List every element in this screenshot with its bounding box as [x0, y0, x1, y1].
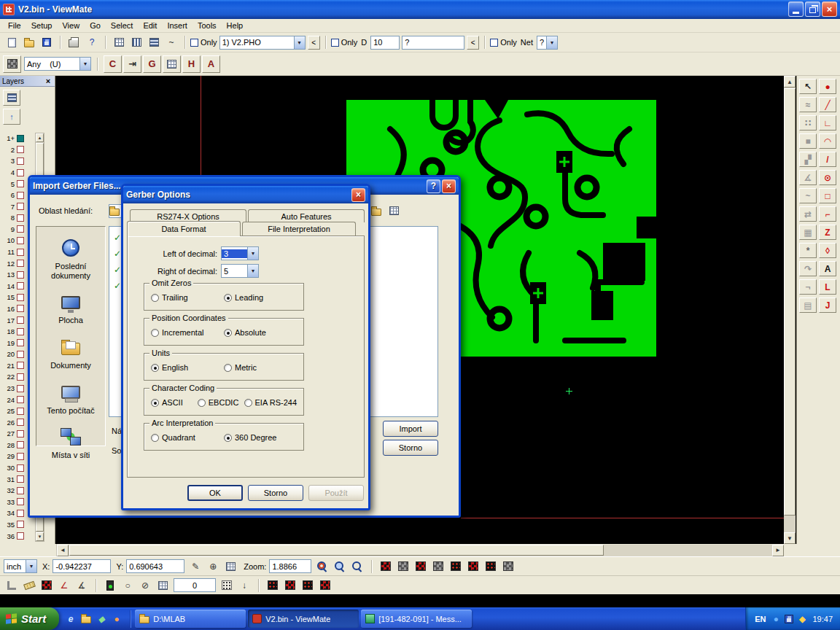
radio-icon[interactable] — [151, 399, 159, 407]
layer-color-swatch[interactable] — [17, 385, 24, 392]
draw-mode-icon[interactable]: ✎ — [187, 559, 203, 574]
zoom-value[interactable] — [269, 559, 311, 573]
layer-color-swatch[interactable] — [17, 441, 24, 448]
taskbar-button-v2-bin-viewmate[interactable]: V2.bin - ViewMate — [248, 610, 359, 628]
radio-icon[interactable] — [224, 294, 232, 302]
layer-color-swatch[interactable] — [17, 180, 24, 187]
tab-auto-features[interactable]: Auto Features — [248, 209, 365, 222]
radio-icon[interactable] — [224, 434, 232, 442]
mirror-icon[interactable]: ▞ — [799, 152, 817, 167]
layer-color-swatch[interactable] — [17, 225, 24, 233]
letter-c-icon[interactable]: C — [104, 55, 122, 73]
layer-color-swatch[interactable] — [17, 271, 24, 279]
pad-dot-icon[interactable]: ● — [819, 79, 836, 94]
layer-color-swatch[interactable] — [17, 351, 24, 358]
right-of-decimal-select[interactable]: 5▾ — [221, 264, 259, 278]
start-button[interactable]: Start — [0, 607, 59, 630]
layer-color-swatch[interactable] — [17, 328, 24, 335]
language-tray-icon[interactable]: ● — [770, 613, 782, 625]
menu-edit[interactable]: Edit — [138, 20, 162, 31]
apply-button[interactable]: Použít — [308, 485, 364, 501]
rect-outline-icon[interactable]: □ — [819, 188, 836, 203]
tab-file-interpretation[interactable]: File Interpretation — [242, 222, 356, 236]
scroll-down-icon[interactable]: ▼ — [784, 532, 796, 544]
highlight-net-icon[interactable]: ≈ — [799, 97, 817, 112]
layer-color-swatch[interactable] — [17, 373, 24, 381]
measure-angle-icon[interactable]: ∡ — [799, 170, 817, 185]
only-layer-checkbox[interactable]: Only — [190, 38, 217, 47]
save-icon[interactable] — [39, 35, 55, 50]
draw-arc-icon[interactable]: ◠ — [819, 133, 836, 149]
display-tray-icon[interactable] — [783, 613, 795, 625]
left-of-decimal-select[interactable]: 3▾ — [221, 246, 259, 260]
media-player-icon[interactable]: ◆ — [95, 612, 108, 626]
close-button[interactable]: × — [822, 1, 837, 17]
pad-pattern-1-icon[interactable] — [265, 578, 281, 593]
slash-circle-icon[interactable]: ⊘ — [137, 578, 153, 593]
radio-ascii[interactable]: ASCII — [151, 398, 198, 407]
close-icon[interactable]: × — [44, 77, 52, 85]
layer-color-swatch[interactable] — [17, 464, 24, 472]
display-mode-7-icon[interactable] — [483, 559, 499, 574]
aperture-table-icon[interactable] — [111, 35, 127, 50]
place-posledn-dokumenty[interactable]: Poslední dokumenty — [37, 237, 104, 280]
step-down-icon[interactable]: ↓ — [236, 578, 252, 593]
layer-row-36[interactable]: 36 — [1, 530, 34, 542]
radio-icon[interactable] — [224, 329, 232, 337]
language-indicator[interactable]: EN — [755, 615, 766, 623]
dialog-help-button[interactable]: ? — [427, 179, 440, 193]
layer-color-swatch[interactable] — [17, 249, 24, 256]
display-mode-5-icon[interactable] — [448, 559, 464, 574]
radio-english[interactable]: English — [151, 363, 224, 372]
layer-file-select[interactable]: 1) V2.PHO▾ — [219, 36, 306, 50]
draw-diagonal-icon[interactable]: / — [819, 152, 836, 167]
import-button[interactable]: Import — [383, 421, 438, 437]
vertical-scrollbar[interactable]: ▲ ▼ — [784, 76, 796, 544]
layer-color-swatch[interactable] — [17, 282, 24, 289]
dcode-input[interactable] — [370, 36, 400, 50]
zigzag-icon[interactable]: Z — [819, 225, 836, 240]
rotate-icon[interactable]: ↷ — [799, 261, 817, 276]
radio-incremental[interactable]: Incremental — [151, 328, 224, 337]
select-group-icon[interactable]: ∷ — [799, 115, 817, 131]
layer-color-swatch[interactable] — [17, 475, 24, 483]
layer-color-swatch[interactable] — [17, 430, 24, 438]
highlight-state-icon[interactable] — [102, 578, 118, 593]
place-m-sta-v-s-ti[interactable]: Místa v síti — [37, 426, 104, 460]
minimize-button[interactable] — [788, 1, 804, 17]
angle-icon[interactable]: ∠ — [56, 578, 72, 593]
pad-pattern-2-icon[interactable] — [282, 578, 298, 593]
ruler-icon[interactable] — [21, 578, 37, 593]
only-net-checkbox[interactable]: Only — [490, 38, 517, 47]
menu-view[interactable]: View — [57, 20, 85, 31]
views-icon[interactable] — [386, 203, 402, 218]
display-mode-8-icon[interactable] — [500, 559, 516, 574]
layer-row-35[interactable]: 35 — [1, 519, 34, 531]
scroll-down-icon[interactable]: ▼ — [36, 532, 44, 541]
export-icon[interactable]: ▤ — [799, 298, 817, 313]
show-desktop-icon[interactable] — [79, 612, 93, 626]
dot-grid-icon[interactable] — [219, 578, 235, 593]
target-pad-icon[interactable]: ⊙ — [819, 170, 836, 185]
radio-icon[interactable] — [151, 294, 159, 302]
layer-color-swatch[interactable] — [17, 532, 24, 540]
chevron-down-icon[interactable]: ▾ — [294, 36, 305, 49]
layer-color-swatch[interactable] — [17, 158, 24, 165]
corner-tool-icon[interactable]: ⌐ — [819, 206, 836, 222]
menu-help[interactable]: Help — [222, 20, 249, 31]
layer-color-swatch[interactable] — [17, 487, 24, 494]
radio-leading[interactable]: Leading — [224, 293, 297, 302]
place-dokumenty[interactable]: Dokumenty — [37, 336, 104, 370]
print-icon[interactable] — [66, 35, 82, 50]
waveform-icon[interactable]: ~ — [163, 35, 179, 50]
origin-icon[interactable]: ⊕ — [205, 559, 221, 574]
dialog-close-button[interactable]: × — [351, 188, 365, 202]
restore-button[interactable] — [805, 1, 820, 17]
net-select[interactable]: ?▾ — [537, 36, 558, 50]
layer-color-swatch[interactable] — [17, 260, 24, 267]
layer-color-swatch[interactable] — [17, 408, 24, 415]
radio-icon[interactable] — [151, 364, 159, 372]
draw-line-icon[interactable]: ╱ — [819, 97, 836, 112]
layer-color-swatch[interactable] — [17, 510, 24, 517]
dialog-close-button[interactable]: × — [442, 179, 456, 193]
